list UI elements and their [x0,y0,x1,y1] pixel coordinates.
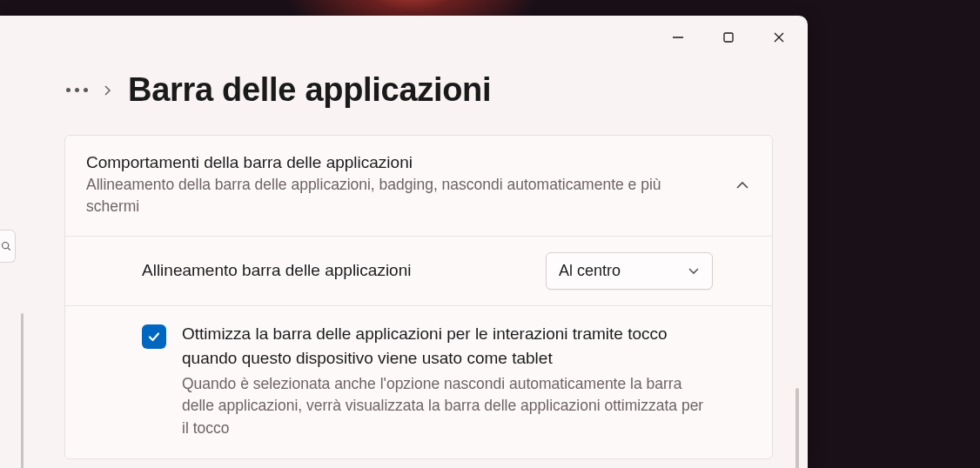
svg-rect-1 [724,33,733,42]
panel-header[interactable]: Comportamenti della barra delle applicaz… [65,136,772,236]
chevron-up-icon [735,181,749,190]
touch-optimize-checkbox[interactable] [142,324,166,349]
search-icon [1,241,11,251]
sidebar-scrollbar[interactable] [21,313,23,468]
content-area: Comportamenti della barra delle applicaz… [0,135,808,459]
minimize-icon [672,31,684,43]
touch-optimize-subtitle: Quando è selezionata anche l'opzione nas… [182,373,713,439]
page-title: Barra delle applicazioni [128,71,491,109]
check-icon [147,330,161,344]
panel-subtitle: Allineamento della barra delle applicazi… [86,174,711,218]
search-input[interactable] [0,230,16,263]
chevron-down-icon [688,267,700,275]
alignment-row: Allineamento barra delle applicazioni Al… [65,236,772,305]
more-icon[interactable] [66,88,88,92]
touch-optimize-row: Ottimizza la barra delle applicazioni pe… [65,305,772,458]
maximize-icon [722,31,735,43]
alignment-label: Allineamento barra delle applicazioni [142,261,411,280]
titlebar [0,16,808,59]
touch-optimize-text: Ottimizza la barra delle applicazioni pe… [182,322,713,439]
settings-window: Barra delle applicazioni Comportamenti d… [0,16,808,468]
touch-optimize-title: Ottimizza la barra delle applicazioni pe… [182,322,713,371]
maximize-button[interactable] [703,19,754,56]
alignment-value: Al centro [559,262,621,280]
chevron-right-icon [104,84,112,97]
alignment-dropdown[interactable]: Al centro [546,252,713,290]
close-button[interactable] [754,19,804,56]
minimize-button[interactable] [653,19,703,56]
close-icon [773,31,785,43]
breadcrumb: Barra delle applicazioni [0,59,808,135]
behaviors-panel: Comportamenti della barra delle applicaz… [64,135,773,459]
content-scrollbar[interactable] [795,388,799,468]
svg-line-5 [8,248,10,251]
panel-title: Comportamenti della barra delle applicaz… [86,153,711,172]
svg-point-4 [3,243,9,249]
